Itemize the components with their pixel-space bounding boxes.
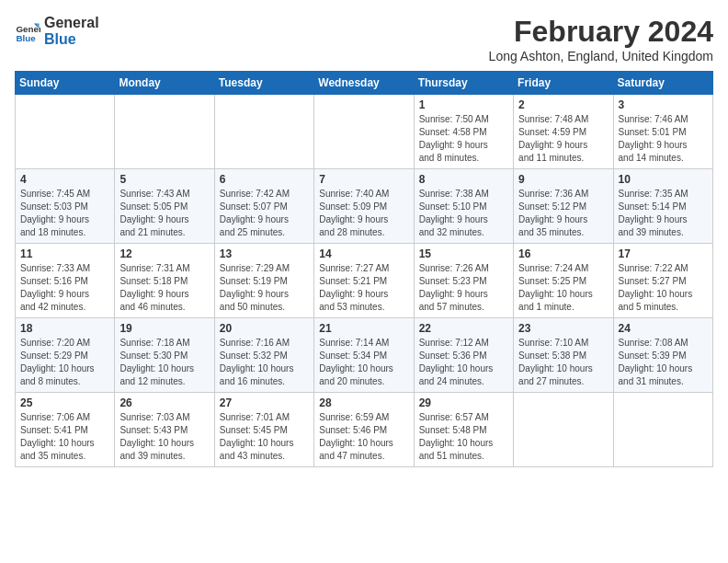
calendar-cell: 2Sunrise: 7:48 AM Sunset: 4:59 PM Daylig… <box>514 95 613 169</box>
calendar-cell: 17Sunrise: 7:22 AM Sunset: 5:27 PM Dayli… <box>613 244 712 318</box>
day-number: 13 <box>220 247 309 260</box>
day-info: Sunrise: 7:36 AM Sunset: 5:12 PM Dayligh… <box>518 188 608 239</box>
logo-blue: Blue <box>44 31 99 48</box>
day-number: 7 <box>319 173 408 186</box>
calendar-week-5: 25Sunrise: 7:06 AM Sunset: 5:41 PM Dayli… <box>16 393 713 467</box>
calendar-cell: 25Sunrise: 7:06 AM Sunset: 5:41 PM Dayli… <box>16 393 115 467</box>
logo: General Blue General Blue <box>15 15 99 47</box>
day-number: 2 <box>518 98 608 111</box>
day-number: 26 <box>119 396 209 409</box>
day-number: 9 <box>518 173 608 186</box>
calendar-cell: 7Sunrise: 7:40 AM Sunset: 5:09 PM Daylig… <box>314 169 414 244</box>
day-number: 18 <box>20 322 109 335</box>
day-number: 5 <box>119 173 209 186</box>
calendar-cell: 4Sunrise: 7:45 AM Sunset: 5:03 PM Daylig… <box>16 169 115 244</box>
day-number: 15 <box>419 247 508 260</box>
weekday-header-wednesday: Wednesday <box>314 72 414 95</box>
day-info: Sunrise: 7:10 AM Sunset: 5:38 PM Dayligh… <box>518 337 608 388</box>
day-info: Sunrise: 7:50 AM Sunset: 4:58 PM Dayligh… <box>419 113 508 165</box>
calendar-cell: 14Sunrise: 7:27 AM Sunset: 5:21 PM Dayli… <box>314 244 414 318</box>
calendar-cell: 20Sunrise: 7:16 AM Sunset: 5:32 PM Dayli… <box>214 318 313 393</box>
day-info: Sunrise: 7:03 AM Sunset: 5:43 PM Dayligh… <box>119 411 209 463</box>
day-info: Sunrise: 7:26 AM Sunset: 5:23 PM Dayligh… <box>419 262 508 314</box>
day-number: 25 <box>20 396 109 409</box>
calendar-cell <box>314 95 414 169</box>
title-block: February 2024 Long Ashton, England, Unit… <box>489 15 713 63</box>
day-number: 10 <box>619 173 708 186</box>
day-info: Sunrise: 7:40 AM Sunset: 5:09 PM Dayligh… <box>319 188 408 239</box>
weekday-header-sunday: Sunday <box>16 72 115 95</box>
day-info: Sunrise: 7:43 AM Sunset: 5:05 PM Dayligh… <box>119 188 209 239</box>
calendar-cell: 28Sunrise: 6:59 AM Sunset: 5:46 PM Dayli… <box>314 393 414 467</box>
calendar-cell: 5Sunrise: 7:43 AM Sunset: 5:05 PM Daylig… <box>115 169 214 244</box>
calendar-week-2: 4Sunrise: 7:45 AM Sunset: 5:03 PM Daylig… <box>16 169 713 244</box>
day-info: Sunrise: 7:38 AM Sunset: 5:10 PM Dayligh… <box>419 188 508 239</box>
calendar-cell: 22Sunrise: 7:12 AM Sunset: 5:36 PM Dayli… <box>414 318 513 393</box>
day-info: Sunrise: 7:45 AM Sunset: 5:03 PM Dayligh… <box>20 188 109 239</box>
day-info: Sunrise: 7:08 AM Sunset: 5:39 PM Dayligh… <box>619 337 708 388</box>
day-info: Sunrise: 7:12 AM Sunset: 5:36 PM Dayligh… <box>419 337 508 388</box>
calendar-cell: 9Sunrise: 7:36 AM Sunset: 5:12 PM Daylig… <box>514 169 613 244</box>
day-number: 20 <box>220 322 309 335</box>
day-info: Sunrise: 7:14 AM Sunset: 5:34 PM Dayligh… <box>319 337 408 388</box>
day-info: Sunrise: 7:33 AM Sunset: 5:16 PM Dayligh… <box>20 262 109 314</box>
day-number: 16 <box>518 247 608 260</box>
day-number: 24 <box>619 322 708 335</box>
calendar-week-4: 18Sunrise: 7:20 AM Sunset: 5:29 PM Dayli… <box>16 318 713 393</box>
calendar-cell: 6Sunrise: 7:42 AM Sunset: 5:07 PM Daylig… <box>214 169 313 244</box>
location: Long Ashton, England, United Kingdom <box>489 49 713 63</box>
day-info: Sunrise: 7:48 AM Sunset: 4:59 PM Dayligh… <box>518 113 608 165</box>
month-year: February 2024 <box>489 15 713 49</box>
day-info: Sunrise: 7:31 AM Sunset: 5:18 PM Dayligh… <box>119 262 209 314</box>
day-number: 8 <box>419 173 508 186</box>
day-info: Sunrise: 7:18 AM Sunset: 5:30 PM Dayligh… <box>119 337 209 388</box>
day-number: 27 <box>220 396 309 409</box>
calendar-cell: 29Sunrise: 6:57 AM Sunset: 5:48 PM Dayli… <box>414 393 513 467</box>
logo-general: General <box>44 15 99 31</box>
day-info: Sunrise: 7:29 AM Sunset: 5:19 PM Dayligh… <box>220 262 309 314</box>
calendar-cell <box>514 393 613 467</box>
weekday-header-monday: Monday <box>115 72 214 95</box>
day-info: Sunrise: 6:57 AM Sunset: 5:48 PM Dayligh… <box>419 411 508 463</box>
day-info: Sunrise: 7:27 AM Sunset: 5:21 PM Dayligh… <box>319 262 408 314</box>
day-info: Sunrise: 7:22 AM Sunset: 5:27 PM Dayligh… <box>619 262 708 314</box>
day-info: Sunrise: 7:01 AM Sunset: 5:45 PM Dayligh… <box>220 411 309 463</box>
calendar-cell: 15Sunrise: 7:26 AM Sunset: 5:23 PM Dayli… <box>414 244 513 318</box>
calendar-week-3: 11Sunrise: 7:33 AM Sunset: 5:16 PM Dayli… <box>16 244 713 318</box>
day-number: 29 <box>419 396 508 409</box>
day-number: 23 <box>518 322 608 335</box>
calendar-cell: 1Sunrise: 7:50 AM Sunset: 4:58 PM Daylig… <box>414 95 513 169</box>
calendar-cell <box>115 95 214 169</box>
calendar-cell: 3Sunrise: 7:46 AM Sunset: 5:01 PM Daylig… <box>613 95 712 169</box>
day-number: 19 <box>119 322 209 335</box>
calendar-cell: 23Sunrise: 7:10 AM Sunset: 5:38 PM Dayli… <box>514 318 613 393</box>
day-info: Sunrise: 7:46 AM Sunset: 5:01 PM Dayligh… <box>619 113 708 165</box>
calendar-cell <box>16 95 115 169</box>
weekday-header-tuesday: Tuesday <box>214 72 313 95</box>
weekday-header-saturday: Saturday <box>613 72 712 95</box>
calendar-cell: 19Sunrise: 7:18 AM Sunset: 5:30 PM Dayli… <box>115 318 214 393</box>
calendar-cell: 8Sunrise: 7:38 AM Sunset: 5:10 PM Daylig… <box>414 169 513 244</box>
calendar-cell: 18Sunrise: 7:20 AM Sunset: 5:29 PM Dayli… <box>16 318 115 393</box>
calendar-body: 1Sunrise: 7:50 AM Sunset: 4:58 PM Daylig… <box>16 95 713 467</box>
day-number: 22 <box>419 322 508 335</box>
day-info: Sunrise: 7:06 AM Sunset: 5:41 PM Dayligh… <box>20 411 109 463</box>
calendar-cell: 11Sunrise: 7:33 AM Sunset: 5:16 PM Dayli… <box>16 244 115 318</box>
day-info: Sunrise: 7:16 AM Sunset: 5:32 PM Dayligh… <box>220 337 309 388</box>
calendar-cell: 13Sunrise: 7:29 AM Sunset: 5:19 PM Dayli… <box>214 244 313 318</box>
weekday-header-thursday: Thursday <box>414 72 513 95</box>
day-info: Sunrise: 7:24 AM Sunset: 5:25 PM Dayligh… <box>518 262 608 314</box>
day-number: 6 <box>220 173 309 186</box>
day-number: 4 <box>20 173 109 186</box>
day-number: 3 <box>619 98 708 111</box>
calendar-cell: 26Sunrise: 7:03 AM Sunset: 5:43 PM Dayli… <box>115 393 214 467</box>
day-info: Sunrise: 7:42 AM Sunset: 5:07 PM Dayligh… <box>220 188 309 239</box>
calendar-cell: 24Sunrise: 7:08 AM Sunset: 5:39 PM Dayli… <box>613 318 712 393</box>
weekday-header-friday: Friday <box>514 72 613 95</box>
day-number: 21 <box>319 322 408 335</box>
calendar-cell: 10Sunrise: 7:35 AM Sunset: 5:14 PM Dayli… <box>613 169 712 244</box>
calendar-week-1: 1Sunrise: 7:50 AM Sunset: 4:58 PM Daylig… <box>16 95 713 169</box>
day-number: 12 <box>119 247 209 260</box>
day-info: Sunrise: 7:35 AM Sunset: 5:14 PM Dayligh… <box>619 188 708 239</box>
day-number: 1 <box>419 98 508 111</box>
